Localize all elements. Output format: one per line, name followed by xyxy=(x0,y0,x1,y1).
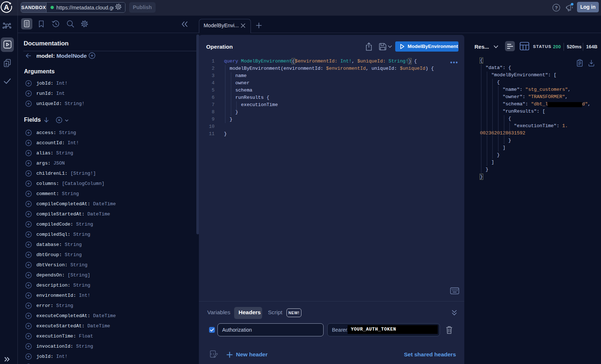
svg-text:?: ? xyxy=(555,5,558,11)
svg-text:A: A xyxy=(4,3,9,11)
